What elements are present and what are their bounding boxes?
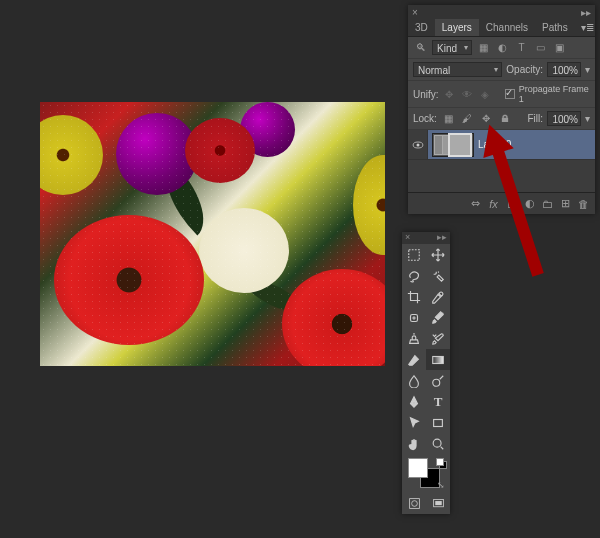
group-icon[interactable]: 🗀︎ bbox=[540, 196, 555, 211]
close-icon[interactable]: × bbox=[405, 232, 410, 244]
path-select-tool[interactable] bbox=[402, 412, 426, 433]
hand-tool[interactable] bbox=[402, 433, 426, 454]
visibility-toggle[interactable] bbox=[408, 130, 428, 159]
tool-grid: T bbox=[402, 244, 450, 454]
fx-icon[interactable]: fx bbox=[486, 196, 501, 211]
dodge-tool[interactable] bbox=[426, 370, 450, 391]
lasso-tool[interactable] bbox=[402, 265, 426, 286]
tab-paths[interactable]: Paths bbox=[535, 19, 575, 36]
svg-point-1 bbox=[416, 143, 419, 146]
fill-stepper-icon[interactable]: ▾ bbox=[585, 113, 590, 124]
rectangle-tool[interactable] bbox=[426, 412, 450, 433]
blend-mode-dropdown[interactable]: Normal bbox=[413, 62, 502, 77]
panel-chrome: × ▸▸ bbox=[408, 5, 595, 19]
search-icon[interactable]: 🔍︎ bbox=[413, 40, 428, 55]
tab-layers[interactable]: Layers bbox=[435, 19, 479, 36]
svg-rect-12 bbox=[435, 501, 442, 505]
image-content bbox=[40, 102, 385, 366]
blur-tool[interactable] bbox=[402, 370, 426, 391]
filter-adjust-icon[interactable]: ◐ bbox=[495, 40, 510, 55]
fill-field[interactable]: 100% bbox=[547, 111, 581, 126]
svg-rect-2 bbox=[409, 249, 420, 260]
foreground-color-swatch[interactable] bbox=[408, 458, 428, 478]
magic-wand-tool[interactable] bbox=[426, 265, 450, 286]
type-tool[interactable]: T bbox=[426, 391, 450, 412]
svg-point-8 bbox=[433, 439, 441, 447]
close-icon[interactable]: × bbox=[412, 7, 418, 17]
color-swatches: ⤡ bbox=[404, 456, 448, 492]
move-tool[interactable] bbox=[426, 244, 450, 265]
adjustment-icon[interactable]: ◐ bbox=[522, 196, 537, 211]
filter-shape-icon[interactable]: ▭ bbox=[533, 40, 548, 55]
svg-point-6 bbox=[413, 402, 415, 404]
panel-chrome: × ▸▸ bbox=[402, 232, 450, 244]
blend-row: Normal Opacity: 100% ▾ bbox=[408, 59, 595, 81]
svg-point-5 bbox=[433, 379, 440, 386]
smart-object-thumbnail[interactable] bbox=[432, 133, 474, 157]
zoom-tool[interactable] bbox=[426, 433, 450, 454]
propagate-checkbox[interactable] bbox=[505, 89, 514, 99]
svg-rect-7 bbox=[434, 419, 443, 426]
crop-tool[interactable] bbox=[402, 286, 426, 307]
fill-label: Fill: bbox=[527, 113, 543, 124]
lock-transparency-icon[interactable]: ▦ bbox=[441, 111, 456, 126]
svg-point-10 bbox=[411, 500, 417, 506]
panel-tabs: 3D Layers Channels Paths ▾≣ bbox=[408, 19, 595, 37]
opacity-field[interactable]: 100% bbox=[547, 62, 581, 77]
link-layers-icon[interactable]: ⇔ bbox=[468, 196, 483, 211]
filter-row: 🔍︎ Kind ▦ ◐ T ▭ ▣ bbox=[408, 37, 595, 59]
swap-colors-icon[interactable]: ⤡ bbox=[437, 480, 445, 490]
lock-pixels-icon[interactable]: 🖌︎ bbox=[460, 111, 475, 126]
tab-channels[interactable]: Channels bbox=[479, 19, 535, 36]
collapse-icon[interactable]: ▸▸ bbox=[581, 7, 591, 17]
default-colors-icon[interactable] bbox=[436, 458, 445, 467]
editing-canvas[interactable] bbox=[40, 102, 385, 366]
eraser-tool[interactable] bbox=[402, 349, 426, 370]
rect-marquee-tool[interactable] bbox=[402, 244, 426, 265]
unify-style-icon[interactable]: ◈ bbox=[478, 87, 492, 102]
gradient-tool[interactable] bbox=[426, 349, 450, 370]
filter-kind-dropdown[interactable]: Kind bbox=[432, 40, 472, 55]
lock-label: Lock: bbox=[413, 113, 437, 124]
panel-footer: ⇔ fx ◻ ◐ 🗀︎ ⊞ 🗑︎ bbox=[408, 192, 595, 214]
quick-mask-icon[interactable] bbox=[402, 494, 426, 512]
svg-rect-4 bbox=[433, 356, 444, 363]
screen-mode-icon[interactable] bbox=[426, 494, 450, 512]
unify-position-icon[interactable]: ✥ bbox=[443, 87, 457, 102]
collapse-icon[interactable]: ▸▸ bbox=[437, 232, 447, 244]
opacity-stepper-icon[interactable]: ▾ bbox=[585, 64, 590, 75]
eyedropper-tool[interactable] bbox=[426, 286, 450, 307]
filter-smartobj-icon[interactable]: ▣ bbox=[552, 40, 567, 55]
panel-menu-icon[interactable]: ▾≣ bbox=[575, 19, 600, 36]
trash-icon[interactable]: 🗑︎ bbox=[576, 196, 591, 211]
svg-rect-9 bbox=[409, 498, 419, 508]
opacity-label: Opacity: bbox=[506, 64, 543, 75]
tools-panel: × ▸▸ T ⤡ bbox=[402, 232, 450, 514]
unify-label: Unify: bbox=[413, 89, 439, 100]
new-layer-icon[interactable]: ⊞ bbox=[558, 196, 573, 211]
healing-brush-tool[interactable] bbox=[402, 307, 426, 328]
history-brush-tool[interactable] bbox=[426, 328, 450, 349]
tab-3d[interactable]: 3D bbox=[408, 19, 435, 36]
unify-visibility-icon[interactable]: 👁︎ bbox=[460, 87, 474, 102]
pen-tool[interactable] bbox=[402, 391, 426, 412]
clone-stamp-tool[interactable] bbox=[402, 328, 426, 349]
brush-tool[interactable] bbox=[426, 307, 450, 328]
filter-pixel-icon[interactable]: ▦ bbox=[476, 40, 491, 55]
filter-type-icon[interactable]: T bbox=[514, 40, 529, 55]
propagate-label: Propagate Frame 1 bbox=[519, 84, 590, 104]
eye-icon bbox=[412, 139, 424, 151]
unify-row: Unify: ✥ 👁︎ ◈ Propagate Frame 1 bbox=[408, 81, 595, 108]
